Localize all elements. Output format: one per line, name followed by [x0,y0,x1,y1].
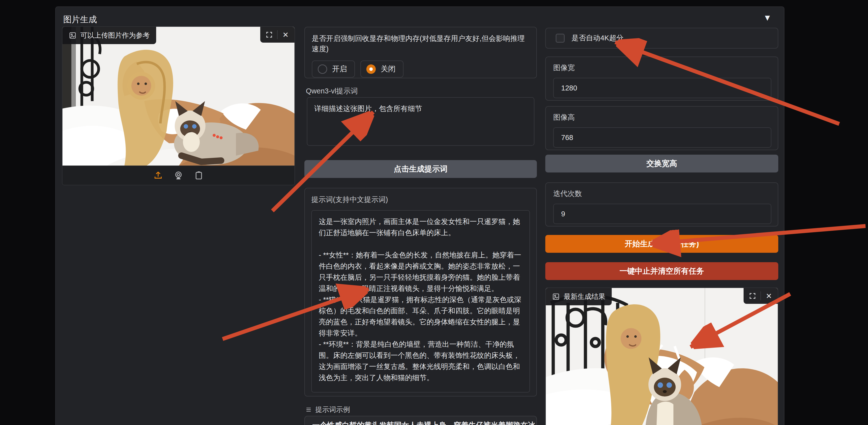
image-width-input[interactable]: 1280 [553,78,771,98]
result-image-panel: 最新生成结果 ✕ [545,288,778,425]
list-icon [305,406,312,413]
generate-prompt-button[interactable]: 点击生成提示词 [304,160,537,178]
prompt-textarea[interactable]: 这是一张室内照片，画面主体是一位金发女性和一只暹罗猫，她们正舒适地躺在一张铺有白… [311,210,530,393]
iterations-input[interactable]: 9 [553,204,771,224]
start-generation-button[interactable]: 开始生成(异步多任务) [545,235,778,253]
reference-image-footer [62,166,294,185]
picture-icon [69,32,76,39]
abort-clear-button[interactable]: 一键中止并清空所有任务 [545,262,778,280]
webcam-icon[interactable] [174,171,183,180]
clipboard-icon[interactable] [194,171,204,180]
result-photo[interactable] [546,288,778,425]
picture-icon [552,293,560,300]
qwen-prompt-label: Qwen3-vl提示词 [306,86,358,96]
page-title: 图片生成 [63,14,97,25]
radio-option-on[interactable]: 开启 [312,61,355,77]
prompt-examples-box: 一个性感白皙的黄头发韩国女人赤裸上身，穿着牛仔裤光着脚跪在冰面 [304,416,537,425]
result-image-label-badge: 最新生成结果 [546,288,612,305]
image-height-group: 图像高 768 [545,106,778,150]
prompt-example-row[interactable]: 一个性感白皙的黄头发韩国女人赤裸上身，穿着牛仔裤光着脚跪在冰面 [305,416,536,425]
iterations-group: 迭代次数 9 [545,183,778,227]
reference-image-label: 可以上传图片作为参考 [80,31,150,40]
reference-image-label-badge: 可以上传图片作为参考 [62,27,156,44]
reference-image-panel: 可以上传图片作为参考 ✕ [62,26,295,185]
image-height-label: 图像高 [553,112,770,123]
radio-circle-icon [318,64,327,74]
qwen-prompt-textarea[interactable]: 详细描述这张图片，包含所有细节 [307,97,534,146]
upload-icon[interactable] [153,171,163,180]
memory-toggle-group: 是否开启强制回收显存和物理内存(对低显存用户友好,但会影响推理速度) 开启 关闭 [304,27,537,78]
result-image-label: 最新生成结果 [564,292,605,301]
upscale-checkbox[interactable] [556,34,565,43]
memory-toggle-question: 是否开启强制回收显存和物理内存(对低显存用户友好,但会影响推理速度) [312,33,529,54]
controls-divider [277,30,278,39]
close-icon[interactable]: ✕ [764,290,774,301]
iterations-label: 迭代次数 [553,189,770,199]
result-image-controls: ✕ [744,288,778,304]
image-height-input[interactable]: 768 [553,127,771,148]
memory-toggle-options: 开启 关闭 [312,61,529,77]
prompt-group: 提示词(支持中文提示词) 这是一张室内照片，画面主体是一位金发女性和一只暹罗猫，… [304,188,537,396]
image-width-group: 图像宽 1280 [545,57,778,101]
image-width-label: 图像宽 [553,63,770,73]
close-icon[interactable]: ✕ [280,29,291,40]
upscale-checkbox-group: 是否自动4K超分 [545,28,778,48]
radio-option-off[interactable]: 关闭 [361,61,404,77]
swap-dimensions-button[interactable]: 交换宽高 [545,155,778,172]
upscale-checkbox-label: 是否自动4K超分 [571,33,623,43]
controls-divider [761,291,761,300]
reference-photo[interactable] [62,27,294,166]
fullscreen-icon[interactable] [264,29,275,40]
collapse-caret-icon[interactable]: ▼ [763,13,772,23]
reference-image-controls: ✕ [260,27,294,43]
fullscreen-icon[interactable] [747,290,758,301]
prompt-label: 提示词(支持中文提示词) [311,195,530,205]
prompt-examples-label: 提示词示例 [305,405,350,414]
radio-circle-icon [366,64,376,74]
